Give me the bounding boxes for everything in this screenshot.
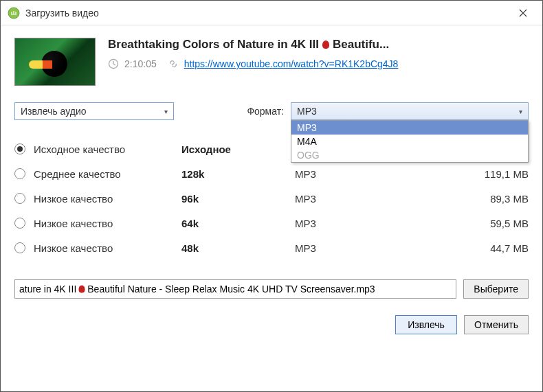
clock-icon [108,58,119,69]
path-text-suffix: Beautiful Nature - Sleep Relax Music 4K … [87,284,375,295]
quality-bitrate: 64k [181,218,295,229]
quality-name: Низкое качество [34,193,181,205]
quality-radio[interactable] [14,168,25,179]
mode-dropdown[interactable]: Извлечь аудио ▾ [14,102,174,120]
quality-size: 59,5 MB [425,218,529,229]
format-dropdown-list: MP3M4AOGG [291,120,529,163]
format-label: Формат: [247,106,284,117]
quality-size: 119,1 MB [425,168,529,180]
quality-size: 89,3 MB [425,193,529,205]
quality-size: 44,7 MB [425,242,529,254]
video-title-suffix: Beautifu... [333,38,389,51]
bird-icon [320,39,331,50]
output-path-input[interactable]: ature in 4K III Beautiful Nature - Sleep… [14,279,456,299]
quality-name: Низкое качество [34,242,181,254]
quality-name: Исходное качество [34,143,181,155]
video-title: Breathtaking Colors of Nature in 4K III … [108,38,529,51]
quality-bitrate: 128k [181,168,295,180]
extract-button[interactable]: Извлечь [395,315,457,334]
quality-radio[interactable] [14,143,25,154]
quality-row[interactable]: Низкое качество64kMP359,5 MB [14,211,529,235]
format-option: OGG [291,148,528,162]
quality-name: Среднее качество [34,168,181,180]
video-title-prefix: Breathtaking Colors of Nature in 4K III [108,38,319,51]
chevron-down-icon: ▾ [164,108,168,115]
chevron-down-icon: ▾ [519,108,522,115]
bird-icon [77,284,87,294]
link-icon [168,58,179,69]
quality-row[interactable]: Низкое качество96kMP389,3 MB [14,186,529,211]
quality-format: MP3 [295,218,425,229]
window-title: Загрузить видео [25,8,511,19]
quality-bitrate: Исходное [181,143,295,155]
app-icon [8,7,20,19]
video-url-link[interactable]: https://www.youtube.com/watch?v=RK1K2bCg… [184,58,399,69]
cancel-button[interactable]: Отменить [464,315,529,334]
quality-radio[interactable] [14,242,25,253]
quality-format: MP3 [295,168,425,180]
quality-bitrate: 96k [181,193,295,205]
quality-row[interactable]: Низкое качество48kMP344,7 MB [14,235,529,260]
quality-name: Низкое качество [34,218,181,229]
quality-format: MP3 [295,193,425,205]
quality-bitrate: 48k [181,242,295,254]
video-duration: 2:10:05 [124,58,157,69]
quality-format: MP3 [295,242,425,254]
titlebar: Загрузить видео [1,1,542,25]
quality-radio[interactable] [14,193,25,204]
quality-row[interactable]: Среднее качество128kMP3119,1 MB [14,161,529,186]
video-header: Breathtaking Colors of Nature in 4K III … [14,38,529,86]
format-option[interactable]: MP3 [291,121,528,135]
quality-radio[interactable] [14,218,25,229]
format-option[interactable]: M4A [291,135,528,148]
mode-dropdown-label: Извлечь аудио [21,106,164,117]
video-thumbnail [14,38,96,86]
browse-button[interactable]: Выберите [463,279,529,299]
path-text-prefix: ature in 4K III [19,284,76,295]
format-dropdown-label: MP3 [297,106,519,117]
format-dropdown[interactable]: MP3 ▾ [291,102,529,120]
close-button[interactable] [511,3,535,23]
